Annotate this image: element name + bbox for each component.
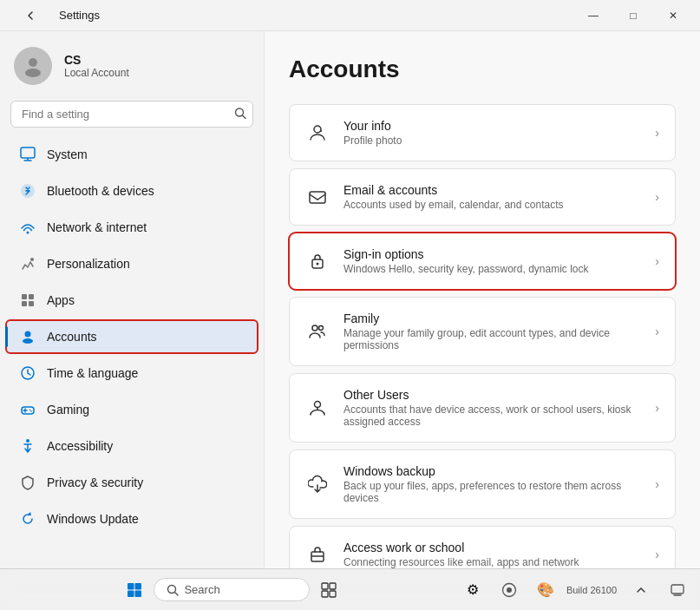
your-info-chevron: ›: [655, 126, 659, 140]
other-users-card: Other Users Accounts that have device ac…: [289, 373, 676, 443]
family-item[interactable]: Family Manage your family group, edit ac…: [290, 298, 675, 365]
sidebar-item-label-update: Windows Update: [47, 512, 139, 526]
sidebar-item-time[interactable]: Time & language: [5, 356, 258, 390]
svg-point-8: [27, 232, 29, 234]
sidebar-item-label-time: Time & language: [47, 366, 138, 380]
signin-subtitle: Windows Hello, security key, password, d…: [343, 263, 641, 275]
settings-taskbar-icon[interactable]: ⚙: [457, 574, 488, 606]
start-button[interactable]: [119, 574, 150, 606]
svg-rect-37: [135, 590, 142, 597]
titlebar-left: Settings: [10, 0, 100, 31]
sidebar-item-gaming[interactable]: Gaming: [5, 392, 258, 427]
other-users-title: Other Users: [343, 388, 641, 402]
svg-rect-46: [671, 585, 684, 594]
sidebar-item-personalization[interactable]: Personalization: [5, 246, 258, 281]
work-title: Access work or school: [343, 541, 641, 554]
sidebar-item-label-bluetooth: Bluetooth & devices: [47, 184, 154, 198]
profile-name: CS: [64, 53, 129, 67]
svg-rect-25: [310, 192, 325, 203]
gaming-icon: [19, 401, 36, 418]
email-chevron: ›: [655, 190, 659, 204]
sidebar-item-label-gaming: Gaming: [47, 403, 89, 417]
svg-point-20: [29, 410, 31, 411]
other-users-subtitle: Accounts that have device access, work o…: [343, 403, 641, 428]
sidebar-item-system[interactable]: System: [5, 137, 258, 172]
backup-chevron: ›: [655, 477, 659, 491]
xbox-icon[interactable]: [494, 574, 525, 606]
svg-point-27: [317, 263, 319, 266]
task-view-button[interactable]: [313, 574, 344, 606]
email-item[interactable]: Email & accounts Accounts used by email,…: [290, 169, 675, 225]
sidebar-item-label-accounts: Accounts: [47, 330, 97, 344]
sidebar-item-accessibility[interactable]: Accessibility: [5, 429, 258, 463]
sidebar-item-privacy[interactable]: Privacy & security: [5, 465, 258, 500]
your-info-subtitle: Profile photo: [343, 134, 641, 147]
email-subtitle: Accounts used by email, calendar, and co…: [343, 199, 641, 211]
back-button[interactable]: [10, 0, 50, 31]
profile-info: CS Local Account: [64, 53, 129, 79]
accessibility-icon: [19, 437, 36, 455]
svg-point-15: [23, 338, 33, 344]
profile-subtitle: Local Account: [64, 67, 129, 79]
sidebar-item-bluetooth[interactable]: Bluetooth & devices: [5, 174, 258, 208]
taskbar: Search ⚙ 🎨 Build 26100: [0, 568, 700, 610]
search-button[interactable]: [234, 107, 246, 121]
taskbar-center: Search: [7, 574, 457, 606]
sidebar-item-update[interactable]: Windows Update: [5, 502, 258, 536]
family-text: Family Manage your family group, edit ac…: [343, 312, 641, 351]
page-title: Accounts: [289, 56, 676, 83]
minimize-button[interactable]: —: [573, 0, 613, 31]
work-item[interactable]: Access work or school Connecting resourc…: [290, 527, 675, 568]
other-users-item[interactable]: Other Users Accounts that have device ac…: [290, 374, 675, 442]
svg-rect-34: [128, 583, 134, 590]
avatar: [14, 47, 52, 85]
backup-item[interactable]: Windows backup Back up your files, apps,…: [290, 450, 675, 518]
build-label: Build 26100: [566, 585, 617, 595]
search-input[interactable]: [10, 101, 253, 128]
sidebar-item-label-personalization: Personalization: [47, 257, 130, 271]
sidebar: CS Local Account Syst: [0, 31, 265, 568]
signin-chevron: ›: [655, 254, 659, 268]
taskbar-search[interactable]: Search: [154, 578, 310, 601]
system-tray-button[interactable]: [625, 574, 657, 606]
svg-point-30: [315, 402, 321, 408]
work-chevron: ›: [655, 548, 659, 561]
taskbar-search-label: Search: [184, 583, 219, 596]
personalization-icon: [19, 255, 36, 272]
svg-point-28: [312, 325, 317, 331]
sidebar-item-label-system: System: [47, 148, 88, 161]
signin-item[interactable]: Sign-in options Windows Hello, security …: [290, 233, 675, 289]
sidebar-item-apps[interactable]: Apps: [5, 283, 258, 318]
close-button[interactable]: ✕: [653, 0, 693, 31]
privacy-icon: [19, 474, 36, 491]
sidebar-item-network[interactable]: Network & internet: [5, 210, 258, 245]
search-box: [10, 101, 253, 128]
svg-rect-41: [330, 583, 336, 589]
taskbar-right: ⚙ 🎨 Build 26100: [457, 574, 693, 606]
other-users-chevron: ›: [655, 401, 659, 415]
other-users-icon: [305, 396, 330, 420]
svg-point-45: [507, 587, 512, 593]
other-users-text: Other Users Accounts that have device ac…: [343, 388, 641, 428]
svg-point-1: [25, 69, 41, 77]
email-title: Email & accounts: [343, 183, 641, 197]
window-controls: — □ ✕: [573, 0, 693, 31]
family-card: Family Manage your family group, edit ac…: [289, 297, 676, 366]
your-info-item[interactable]: Your info Profile photo ›: [290, 105, 675, 161]
desktop-peek-button[interactable]: [662, 574, 693, 606]
svg-point-29: [319, 326, 324, 331]
sidebar-item-label-accessibility: Accessibility: [47, 439, 113, 453]
svg-point-21: [30, 410, 32, 412]
paint-icon[interactable]: 🎨: [530, 574, 561, 606]
svg-rect-40: [322, 583, 328, 589]
svg-rect-11: [29, 294, 34, 299]
sidebar-item-label-network: Network & internet: [47, 220, 147, 234]
app-body: CS Local Account Syst: [0, 31, 700, 568]
content-area: Accounts Your info Profile photo ›: [265, 31, 700, 568]
family-subtitle: Manage your family group, edit account t…: [343, 327, 641, 351]
sidebar-item-accounts[interactable]: Accounts: [5, 319, 258, 354]
sidebar-profile[interactable]: CS Local Account: [0, 38, 264, 101]
signin-icon: [305, 249, 330, 273]
svg-point-0: [29, 58, 37, 67]
maximize-button[interactable]: □: [613, 0, 653, 31]
